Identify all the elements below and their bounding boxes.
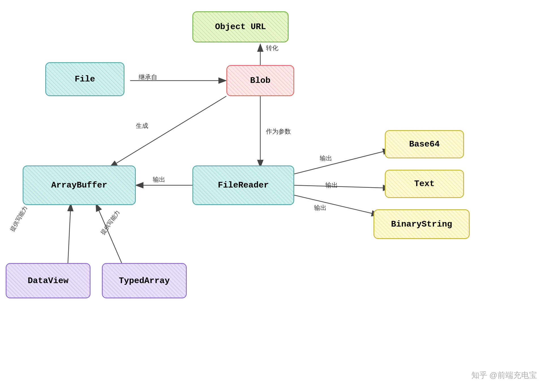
label-dataview-to-arraybuffer: 提供写能力 [8,204,29,233]
label-fr-to-arraybuffer: 输出 [153,175,165,184]
svg-line-10 [68,204,71,263]
node-data-view-label: DataView [28,276,68,286]
node-base64-label: Base64 [409,139,440,149]
node-file-label: File [75,74,95,84]
node-blob: Blob [226,65,294,96]
label-fr-to-text: 输出 [325,181,338,189]
svg-line-6 [294,150,390,174]
svg-line-9 [110,96,226,167]
svg-line-7 [294,185,390,188]
node-text: Text [385,170,464,198]
label-file-to-blob: 继承自 [139,73,157,81]
label-fr-to-binary: 输出 [314,204,327,212]
node-typed-array: TypedArray [102,263,187,298]
node-base64: Base64 [385,130,464,158]
svg-line-8 [294,195,379,215]
node-array-buffer-label: ArrayBuffer [51,180,107,190]
watermark: 知乎 @前端充电宝 [471,370,537,381]
node-file: File [45,62,124,96]
label-typedarray-to-arraybuffer: 提供写能力 [99,209,121,236]
label-fr-to-base64: 输出 [320,154,332,163]
node-file-reader-label: FileReader [218,180,269,190]
node-array-buffer: ArrayBuffer [23,165,136,205]
node-binary-string: BinaryString [373,209,470,239]
node-binary-string-label: BinaryString [391,219,452,229]
node-text-label: Text [414,179,435,189]
node-typed-array-label: TypedArray [119,276,170,286]
label-blob-to-filereader: 作为参数 [266,127,291,136]
node-object-url: Object URL [192,11,289,42]
node-data-view: DataView [6,263,91,298]
node-object-url-label: Object URL [215,22,266,32]
diagram-container: Object URL Blob File ArrayBuffer FileRea… [0,0,554,392]
label-generated: 生成 [136,122,148,130]
label-blob-to-object-url: 转化 [266,44,278,52]
node-file-reader: FileReader [192,165,294,205]
node-blob-label: Blob [250,76,270,85]
